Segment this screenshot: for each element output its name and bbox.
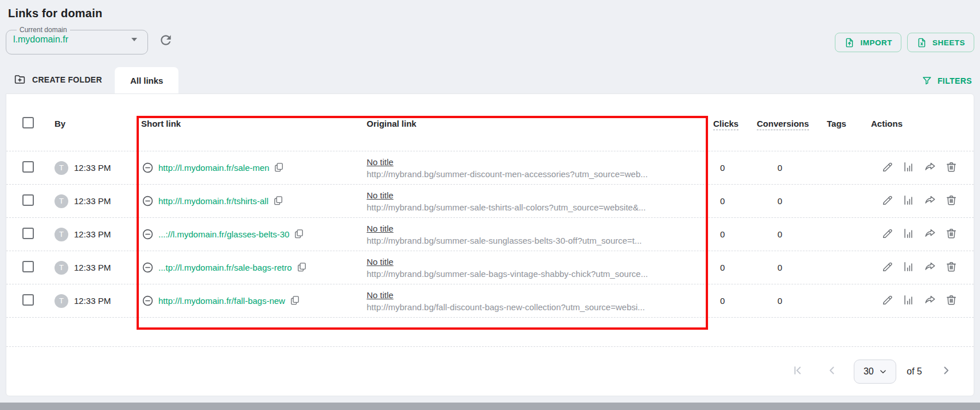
avatar: T — [55, 261, 68, 275]
row-by-cell: T 12:33 PM — [46, 228, 141, 241]
stats-button[interactable] — [903, 194, 915, 208]
copy-icon — [293, 228, 305, 240]
row-checkbox-cell — [6, 194, 46, 208]
filters-button[interactable]: FILTERS — [921, 75, 974, 93]
links-page: Links for domain Current domain l.mydoma… — [0, 0, 980, 396]
share-icon — [924, 227, 936, 240]
controls-row: Current domain l.mydomain.fr IMPORT SHEE… — [6, 26, 974, 54]
current-domain-select[interactable]: Current domain l.mydomain.fr — [6, 26, 148, 54]
edit-button[interactable] — [881, 294, 894, 308]
link-title[interactable]: No title — [367, 190, 394, 200]
edit-button[interactable] — [881, 161, 894, 175]
edit-button[interactable] — [881, 194, 894, 208]
short-link[interactable]: http://l.mydomain.fr/fall-bags-new — [158, 296, 285, 306]
chevron-left-icon — [825, 364, 839, 377]
previous-page-button[interactable] — [825, 364, 839, 379]
share-button[interactable] — [924, 227, 936, 241]
share-button[interactable] — [924, 194, 936, 208]
short-link[interactable]: http://l.mydomain.fr/tshirts-all — [158, 196, 269, 206]
copy-icon — [289, 295, 301, 306]
page-size-select[interactable]: 30 — [854, 360, 896, 384]
short-link[interactable]: ...://l.mydomain.fr/glasses-belts-30 — [158, 229, 289, 239]
row-checkbox[interactable] — [22, 161, 34, 173]
copy-icon — [273, 162, 285, 173]
link-title[interactable]: No title — [367, 257, 394, 267]
tab-all-links[interactable]: All links — [115, 67, 179, 93]
row-original-link-cell: No title http://mybrand.bg/summer-discou… — [367, 157, 713, 179]
link-title[interactable]: No title — [367, 290, 394, 300]
import-button[interactable]: IMPORT — [835, 33, 901, 52]
copy-button[interactable] — [296, 261, 308, 275]
conversions-value: 0 — [757, 229, 827, 239]
share-button[interactable] — [924, 260, 936, 275]
filters-label: FILTERS — [938, 76, 972, 85]
select-all-checkbox[interactable] — [22, 117, 34, 128]
stats-button[interactable] — [903, 260, 915, 275]
share-icon — [924, 161, 936, 173]
created-time: 12:33 PM — [74, 196, 111, 206]
table-row: T 12:33 PM http://l.mydomain.fr/sale-men… — [6, 151, 974, 185]
column-header-original-link: Original link — [367, 119, 713, 128]
table-header-row: By Short link Original link Clicks Conve… — [6, 94, 974, 151]
create-folder-button[interactable]: CREATE FOLDER — [6, 73, 106, 93]
short-link[interactable]: http://l.mydomain.fr/sale-men — [158, 163, 269, 173]
copy-button[interactable] — [289, 295, 301, 308]
stats-button[interactable] — [903, 227, 915, 241]
stats-icon — [903, 227, 915, 240]
avatar: T — [55, 194, 68, 208]
delete-button[interactable] — [945, 161, 958, 175]
clicks-header-label[interactable]: Clicks — [713, 119, 738, 130]
created-time: 12:33 PM — [74, 263, 111, 272]
delete-button[interactable] — [945, 194, 958, 208]
row-checkbox[interactable] — [22, 228, 34, 239]
original-link-url: http://mybrand.bg/fall-discount-bags-new… — [367, 302, 690, 312]
link-icon — [141, 161, 154, 174]
copy-button[interactable] — [293, 228, 305, 241]
row-short-link-cell: http://l.mydomain.fr/fall-bags-new — [141, 294, 367, 308]
table-row: T 12:33 PM ...tp://l.mydomain.fr/sale-ba… — [6, 251, 974, 284]
delete-button[interactable] — [945, 294, 958, 308]
row-checkbox-cell — [6, 161, 46, 175]
next-page-button[interactable] — [939, 364, 953, 379]
row-actions-cell — [865, 161, 974, 175]
copy-button[interactable] — [273, 162, 285, 175]
created-time: 12:33 PM — [74, 296, 111, 306]
link-title[interactable]: No title — [367, 157, 394, 167]
column-header-actions: Actions — [865, 119, 974, 128]
edit-button[interactable] — [881, 227, 894, 241]
top-right-actions: IMPORT SHEETS — [835, 33, 974, 52]
table-body: T 12:33 PM http://l.mydomain.fr/sale-men… — [6, 151, 974, 318]
row-checkbox[interactable] — [22, 261, 34, 272]
delete-button[interactable] — [945, 260, 958, 275]
copy-button[interactable] — [273, 195, 284, 208]
stats-button[interactable] — [903, 294, 915, 308]
first-page-button[interactable] — [791, 364, 804, 379]
edit-button[interactable] — [881, 260, 894, 275]
table-row: T 12:33 PM http://l.mydomain.fr/tshirts-… — [6, 185, 974, 218]
share-icon — [924, 294, 936, 306]
current-domain-value-row[interactable]: l.mydomain.fr — [13, 34, 141, 45]
table-footer-spacer — [6, 318, 974, 346]
share-icon — [924, 194, 936, 206]
share-button[interactable] — [924, 161, 936, 175]
spreadsheet-icon — [916, 37, 927, 48]
delete-button[interactable] — [945, 227, 958, 241]
refresh-icon — [158, 33, 173, 48]
page-size-value: 30 — [864, 366, 874, 377]
short-link[interactable]: ...tp://l.mydomain.fr/sale-bags-retro — [158, 263, 292, 272]
column-header-clicks: Clicks — [713, 119, 757, 128]
share-button[interactable] — [924, 294, 936, 308]
delete-icon — [945, 194, 958, 206]
clicks-value: 0 — [713, 296, 757, 306]
sheets-button[interactable]: SHEETS — [907, 33, 974, 52]
link-title[interactable]: No title — [367, 224, 394, 233]
stats-button[interactable] — [903, 161, 915, 175]
refresh-button[interactable] — [158, 33, 173, 49]
conversions-header-label[interactable]: Conversions — [757, 119, 809, 130]
row-checkbox[interactable] — [22, 294, 34, 306]
chevron-right-icon — [939, 364, 953, 377]
row-original-link-cell: No title http://mybrand.bg/fall-discount… — [367, 290, 713, 312]
conversions-value: 0 — [757, 296, 827, 306]
current-domain-label: Current domain — [17, 26, 70, 34]
row-checkbox[interactable] — [22, 194, 34, 206]
